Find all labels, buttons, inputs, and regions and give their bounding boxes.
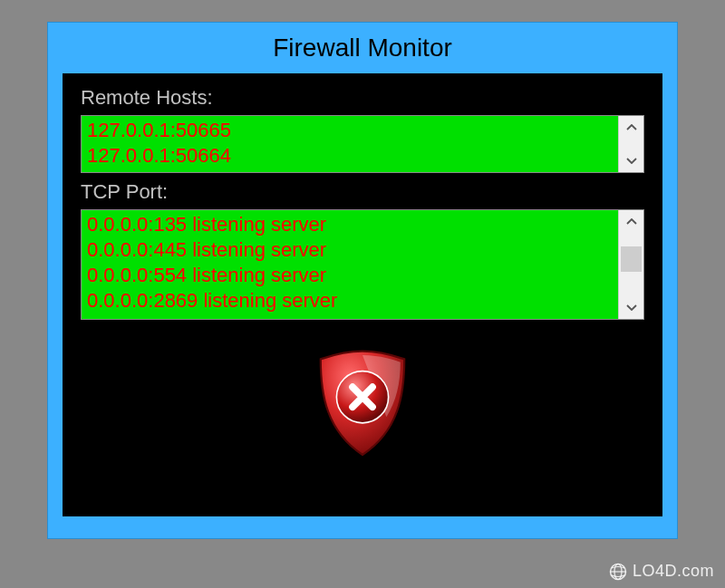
scroll-track[interactable] xyxy=(619,234,643,295)
shield-button-container xyxy=(81,345,644,463)
scroll-up-button[interactable] xyxy=(619,210,643,234)
list-item[interactable]: 127.0.0.1:50664 xyxy=(87,143,613,169)
watermark-text: LO4D.com xyxy=(633,562,714,581)
list-item[interactable]: 127.0.0.1:50665 xyxy=(87,118,613,143)
app-window: Firewall Monitor Remote Hosts: 127.0.0.1… xyxy=(47,22,678,539)
window-title: Firewall Monitor xyxy=(273,34,452,63)
list-item[interactable]: 0.0.0.0:2869 listening server xyxy=(87,288,613,313)
chevron-down-icon xyxy=(626,157,637,164)
chevron-up-icon xyxy=(626,218,637,226)
chevron-down-icon xyxy=(626,304,637,311)
scroll-up-button[interactable] xyxy=(619,116,643,140)
list-item[interactable]: 0.0.0.0:445 listening server xyxy=(87,237,613,263)
scroll-thumb[interactable] xyxy=(621,246,642,272)
client-area: Remote Hosts: 127.0.0.1:50665 127.0.0.1:… xyxy=(63,73,662,516)
remote-hosts-items[interactable]: 127.0.0.1:50665 127.0.0.1:50664 xyxy=(82,116,618,172)
list-item[interactable]: 0.0.0.0:554 listening server xyxy=(87,263,613,288)
remote-hosts-scrollbar[interactable] xyxy=(618,116,643,172)
titlebar: Firewall Monitor xyxy=(48,23,677,73)
list-item[interactable]: 0.0.0.0:135 listening server xyxy=(87,212,613,237)
tcp-port-scrollbar[interactable] xyxy=(618,210,643,319)
globe-icon xyxy=(609,563,627,581)
tcp-port-items[interactable]: 0.0.0.0:135 listening server 0.0.0.0:445… xyxy=(82,210,618,319)
tcp-port-listbox[interactable]: 0.0.0.0:135 listening server 0.0.0.0:445… xyxy=(81,209,644,320)
remote-hosts-label: Remote Hosts: xyxy=(81,86,644,110)
scroll-down-button[interactable] xyxy=(619,295,643,319)
remote-hosts-listbox[interactable]: 127.0.0.1:50665 127.0.0.1:50664 xyxy=(81,115,644,173)
scroll-track[interactable] xyxy=(619,140,643,149)
shield-x-icon xyxy=(313,345,412,465)
watermark: LO4D.com xyxy=(609,562,714,581)
chevron-up-icon xyxy=(626,124,637,131)
scroll-down-button[interactable] xyxy=(619,149,643,172)
tcp-port-label: TCP Port: xyxy=(81,180,644,204)
shield-button[interactable] xyxy=(313,345,412,463)
